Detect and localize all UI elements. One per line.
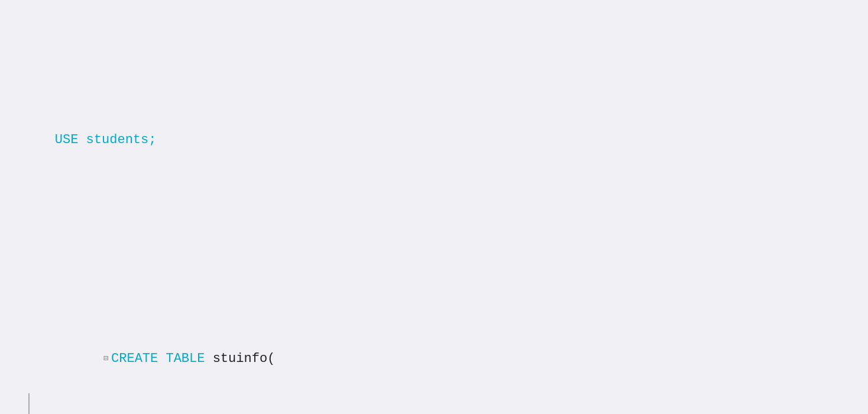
table1-header: ⊟CREATE TABLE stuinfo( bbox=[24, 325, 844, 393]
code-editor: USE students; ⊟CREATE TABLE stuinfo( id … bbox=[24, 18, 844, 414]
table-kw-1: TABLE bbox=[166, 351, 205, 366]
create-kw-1: CREATE bbox=[111, 351, 158, 366]
collapse-icon-1[interactable]: ⊟ bbox=[102, 351, 110, 366]
use-keyword: USE students; bbox=[55, 132, 157, 147]
use-statement: USE students; bbox=[24, 106, 844, 175]
table1-block: ⊟CREATE TABLE stuinfo( id INT PRIMARY KE… bbox=[24, 281, 844, 414]
